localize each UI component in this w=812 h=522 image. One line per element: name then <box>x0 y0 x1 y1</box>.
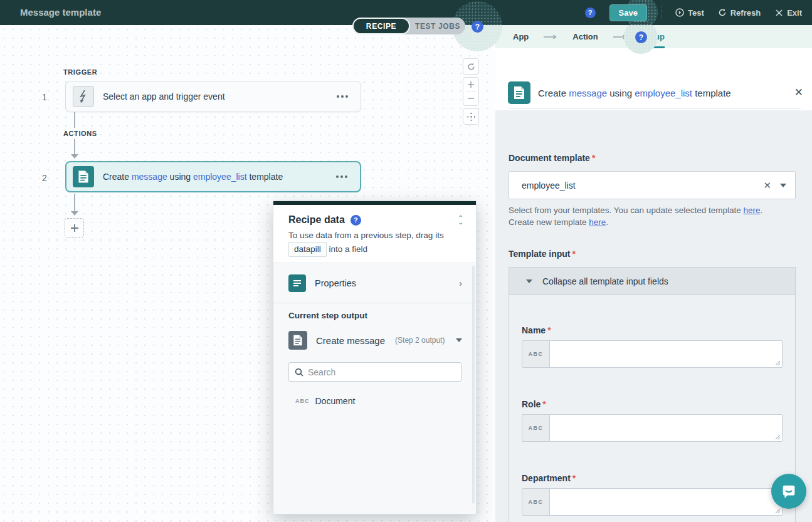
action-step-card-selected[interactable]: Create message using employee_list templ… <box>65 161 361 192</box>
document-template-select[interactable]: employee_list ✕ <box>509 171 796 199</box>
connector-line <box>74 139 75 155</box>
text-type-badge: ABC <box>522 415 550 441</box>
properties-icon <box>288 274 306 292</box>
help-icon-setup-tab[interactable]: ? <box>635 31 647 43</box>
tab-test-jobs[interactable]: TEST JOBS <box>410 18 465 34</box>
field-input-role: ABC <box>522 414 783 442</box>
fit-screen-icon <box>467 112 476 122</box>
document-template-value: employee_list <box>522 180 576 191</box>
template-link[interactable]: employee_list <box>635 88 692 98</box>
add-step-button[interactable] <box>65 218 84 238</box>
recipe-data-popup: Recipe data ? ⌃⌄ To use data from a prev… <box>273 201 477 514</box>
clear-selection-icon[interactable]: ✕ <box>754 180 780 191</box>
connector-arrow-icon <box>71 154 78 159</box>
topbar-actions: ? Save Test Refresh Exit <box>585 0 802 25</box>
field-label-department: Department* <box>522 473 576 483</box>
department-field[interactable] <box>550 489 782 515</box>
recipe-data-description: To use data from a previous step, drag i… <box>288 229 464 257</box>
refresh-icon <box>718 8 727 17</box>
refresh-button[interactable]: Refresh <box>718 8 761 18</box>
panel-step-title: Create message using employee_list templ… <box>538 88 731 98</box>
test-button[interactable]: Test <box>675 8 704 18</box>
properties-row[interactable]: Properties › <box>288 271 462 295</box>
action-link[interactable]: message <box>132 172 167 182</box>
field-input-name: ABC <box>522 340 783 368</box>
field-label-name: Name* <box>522 325 551 335</box>
template-input-label: Template input* <box>509 249 576 259</box>
connector-line <box>74 112 75 128</box>
datapill-chip: datapill <box>288 242 327 257</box>
setup-form: Document template* employee_list ✕ Selec… <box>495 110 812 522</box>
divider <box>273 303 476 303</box>
close-icon <box>774 8 783 17</box>
collapse-all-button[interactable]: Collapse all template input fields <box>509 268 795 295</box>
zoom-in-button[interactable] <box>463 78 478 91</box>
setup-breadcrumb: App Action Setup <box>495 25 812 48</box>
text-type-badge: ABC <box>522 489 550 515</box>
document-step-icon <box>288 331 307 350</box>
trigger-step-label: Select an app and trigger event <box>103 91 225 102</box>
reset-view-button[interactable] <box>463 58 479 75</box>
current-step-output-label: Current step output <box>288 311 367 320</box>
trigger-bolt-icon <box>73 86 94 107</box>
text-type-badge: ABC <box>522 341 550 367</box>
role-field[interactable] <box>550 415 782 441</box>
breadcrumb-arrow-icon <box>544 34 557 39</box>
popup-scrollbar[interactable] <box>472 266 475 504</box>
trigger-step-card[interactable]: Select an app and trigger event <box>65 81 361 112</box>
topbar-divider <box>661 6 662 19</box>
help-icon-recipe-data[interactable]: ? <box>351 215 361 226</box>
chevron-down-icon[interactable] <box>780 184 786 187</box>
name-field[interactable] <box>550 341 782 367</box>
tab-recipe[interactable]: RECIPE <box>352 18 410 34</box>
view-toggle: RECIPE TEST JOBS <box>352 18 465 34</box>
fit-to-screen-button[interactable] <box>463 108 479 125</box>
help-icon-recipe-toggle[interactable]: ? <box>472 21 483 33</box>
save-button[interactable]: Save <box>609 4 647 21</box>
search-icon <box>295 368 303 377</box>
actions-section-label: ACTIONS <box>63 130 97 137</box>
exit-button[interactable]: Exit <box>774 8 802 18</box>
trigger-more-menu[interactable] <box>334 93 351 100</box>
connector-line <box>74 194 75 212</box>
play-circle-icon <box>675 8 684 17</box>
collapse-panel-icon[interactable]: ⌃⌄ <box>458 216 463 224</box>
minus-icon <box>467 95 475 102</box>
datapill-document[interactable]: ABC Document <box>295 396 355 406</box>
connector-arrow-icon <box>71 211 78 216</box>
chevron-right-icon: › <box>459 278 462 288</box>
reset-icon <box>467 62 476 71</box>
document-step-icon <box>73 166 94 187</box>
document-step-icon <box>508 81 530 104</box>
divider <box>508 108 801 109</box>
template-link[interactable]: employee_list <box>193 172 247 182</box>
datapill-search <box>288 362 461 382</box>
step-output-row[interactable]: Create message (Step 2 output) <box>288 328 462 353</box>
close-panel-icon[interactable]: ✕ <box>794 86 803 99</box>
action-link[interactable]: message <box>569 88 607 98</box>
plus-icon <box>467 81 475 88</box>
step-setup-panel: App Action Setup Create message using em… <box>495 25 812 522</box>
triangle-down-icon <box>526 279 532 283</box>
chat-launcher-button[interactable] <box>771 474 806 509</box>
action-more-menu[interactable] <box>334 173 350 180</box>
step-number-1: 1 <box>40 92 49 102</box>
help-icon-topbar[interactable]: ? <box>585 8 596 18</box>
recipe-data-title: Recipe data <box>288 214 345 226</box>
search-input[interactable] <box>308 367 455 377</box>
step-number-2: 2 <box>40 173 49 183</box>
template-input-section: Collapse all template input fields Name*… <box>509 267 796 522</box>
breadcrumb-app[interactable]: App <box>513 25 529 48</box>
document-template-label: Document template* <box>509 153 595 163</box>
document-template-helper: Select from your templates. You can upda… <box>509 204 789 228</box>
breadcrumb-action[interactable]: Action <box>572 25 598 48</box>
popup-top-strip <box>273 201 476 205</box>
zoom-out-button[interactable] <box>463 92 478 106</box>
create-template-link[interactable]: here <box>589 217 606 227</box>
chat-bubble-icon <box>779 482 798 501</box>
update-template-link[interactable]: here <box>743 206 760 215</box>
chevron-down-icon <box>456 338 462 342</box>
breadcrumb-arrow-icon <box>613 34 627 39</box>
zoom-control <box>463 77 479 106</box>
trigger-section-label: TRIGGER <box>63 68 97 76</box>
